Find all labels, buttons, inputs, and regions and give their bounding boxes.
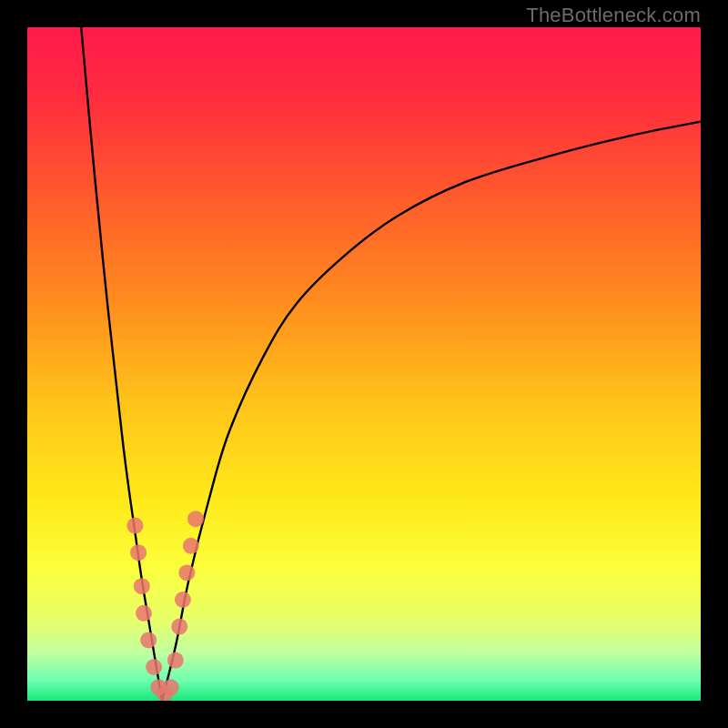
plot-area <box>27 27 701 701</box>
marker-point <box>126 518 143 534</box>
marker-point <box>146 659 162 675</box>
marker-point <box>163 679 179 695</box>
marker-cluster <box>126 511 204 701</box>
marker-point <box>134 578 150 594</box>
chart-frame: TheBottleneck.com <box>0 0 728 728</box>
marker-point <box>187 511 204 527</box>
bottleneck-curve <box>81 27 701 701</box>
curve-layer <box>27 27 701 701</box>
marker-point <box>136 605 152 622</box>
curve-left-branch <box>81 27 162 701</box>
watermark-text: TheBottleneck.com <box>526 4 701 27</box>
curve-right-branch <box>162 122 701 701</box>
marker-point <box>171 619 187 635</box>
marker-point <box>140 632 157 648</box>
marker-point <box>167 652 184 669</box>
marker-point <box>183 538 199 554</box>
marker-point <box>178 564 195 581</box>
marker-point <box>175 592 191 608</box>
marker-point <box>130 544 147 561</box>
